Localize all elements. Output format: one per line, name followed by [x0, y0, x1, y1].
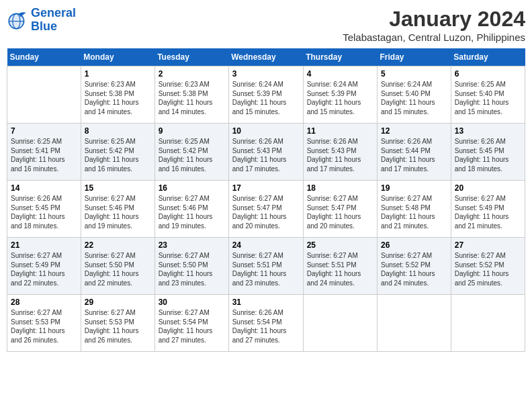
day-number: 13 [455, 126, 521, 136]
calendar-cell [378, 295, 451, 352]
calendar-cell: 15Sunrise: 6:27 AM Sunset: 5:46 PM Dayli… [81, 181, 154, 238]
day-info: Sunrise: 6:26 AM Sunset: 5:43 PM Dayligh… [232, 137, 300, 173]
day-number: 22 [85, 240, 151, 250]
day-info: Sunrise: 6:24 AM Sunset: 5:39 PM Dayligh… [232, 80, 300, 116]
calendar-cell: 8Sunrise: 6:25 AM Sunset: 5:42 PM Daylig… [81, 124, 154, 181]
calendar-cell: 9Sunrise: 6:25 AM Sunset: 5:42 PM Daylig… [154, 124, 228, 181]
calendar-cell: 1Sunrise: 6:23 AM Sunset: 5:38 PM Daylig… [81, 66, 154, 124]
day-info: Sunrise: 6:27 AM Sunset: 5:50 PM Dayligh… [85, 251, 151, 287]
day-number: 4 [307, 69, 373, 79]
day-number: 16 [159, 183, 225, 193]
calendar-cell: 29Sunrise: 6:27 AM Sunset: 5:53 PM Dayli… [81, 295, 154, 352]
day-number: 8 [85, 126, 151, 136]
calendar-cell: 27Sunrise: 6:27 AM Sunset: 5:52 PM Dayli… [451, 238, 525, 295]
calendar-cell: 24Sunrise: 6:27 AM Sunset: 5:51 PM Dayli… [228, 238, 303, 295]
location: Telabastagan, Central Luzon, Philippines [343, 32, 525, 43]
day-info: Sunrise: 6:27 AM Sunset: 5:51 PM Dayligh… [232, 251, 300, 287]
calendar-week-5: 28Sunrise: 6:27 AM Sunset: 5:53 PM Dayli… [7, 295, 525, 352]
calendar-table: SundayMondayTuesdayWednesdayThursdayFrid… [7, 48, 525, 352]
day-number: 11 [307, 126, 373, 136]
day-info: Sunrise: 6:27 AM Sunset: 5:49 PM Dayligh… [11, 251, 77, 287]
calendar-cell: 31Sunrise: 6:26 AM Sunset: 5:54 PM Dayli… [228, 295, 303, 352]
day-info: Sunrise: 6:26 AM Sunset: 5:44 PM Dayligh… [381, 137, 447, 173]
day-number: 29 [85, 298, 151, 307]
day-number: 19 [381, 183, 447, 193]
day-info: Sunrise: 6:27 AM Sunset: 5:52 PM Dayligh… [381, 251, 447, 287]
day-info: Sunrise: 6:27 AM Sunset: 5:53 PM Dayligh… [85, 308, 151, 345]
day-info: Sunrise: 6:27 AM Sunset: 5:46 PM Dayligh… [85, 194, 151, 230]
calendar-cell: 7Sunrise: 6:25 AM Sunset: 5:41 PM Daylig… [7, 124, 81, 181]
logo-line2: Blue [31, 19, 57, 33]
calendar-cell: 10Sunrise: 6:26 AM Sunset: 5:43 PM Dayli… [228, 124, 303, 181]
calendar-cell: 21Sunrise: 6:27 AM Sunset: 5:49 PM Dayli… [7, 238, 81, 295]
month-title: January 2024 [343, 7, 525, 32]
day-number: 9 [159, 126, 225, 136]
header-friday: Friday [378, 48, 451, 66]
day-info: Sunrise: 6:26 AM Sunset: 5:45 PM Dayligh… [455, 137, 521, 173]
calendar-cell: 16Sunrise: 6:27 AM Sunset: 5:46 PM Dayli… [154, 181, 228, 238]
calendar-cell: 18Sunrise: 6:27 AM Sunset: 5:47 PM Dayli… [303, 181, 377, 238]
calendar-cell: 13Sunrise: 6:26 AM Sunset: 5:45 PM Dayli… [451, 124, 525, 181]
calendar-cell: 2Sunrise: 6:23 AM Sunset: 5:38 PM Daylig… [154, 66, 228, 124]
day-number: 15 [85, 183, 151, 193]
day-number: 21 [11, 240, 77, 250]
logo-line1: General [31, 6, 76, 19]
header-tuesday: Tuesday [154, 48, 228, 66]
day-number: 24 [232, 240, 300, 250]
calendar-week-1: 1Sunrise: 6:23 AM Sunset: 5:38 PM Daylig… [7, 66, 525, 124]
day-info: Sunrise: 6:26 AM Sunset: 5:43 PM Dayligh… [307, 137, 373, 173]
day-number: 30 [159, 298, 225, 307]
day-info: Sunrise: 6:27 AM Sunset: 5:50 PM Dayligh… [159, 251, 225, 287]
header-monday: Monday [81, 48, 154, 66]
day-number: 10 [232, 126, 300, 136]
day-number: 26 [381, 240, 447, 250]
day-number: 5 [381, 69, 447, 79]
calendar-cell: 12Sunrise: 6:26 AM Sunset: 5:44 PM Dayli… [378, 124, 451, 181]
day-number: 23 [159, 240, 225, 250]
title-section: January 2024 Telabastagan, Central Luzon… [343, 7, 525, 43]
day-number: 14 [11, 183, 77, 193]
calendar-cell: 22Sunrise: 6:27 AM Sunset: 5:50 PM Dayli… [81, 238, 154, 295]
calendar-cell: 3Sunrise: 6:24 AM Sunset: 5:39 PM Daylig… [228, 66, 303, 124]
day-info: Sunrise: 6:27 AM Sunset: 5:46 PM Dayligh… [159, 194, 225, 230]
day-number: 25 [307, 240, 373, 250]
calendar-cell: 5Sunrise: 6:24 AM Sunset: 5:40 PM Daylig… [378, 66, 451, 124]
day-number: 6 [455, 69, 521, 79]
logo-icon [7, 9, 28, 31]
day-info: Sunrise: 6:25 AM Sunset: 5:40 PM Dayligh… [455, 80, 521, 116]
calendar-cell [7, 66, 81, 124]
calendar-cell: 23Sunrise: 6:27 AM Sunset: 5:50 PM Dayli… [154, 238, 228, 295]
calendar-week-2: 7Sunrise: 6:25 AM Sunset: 5:41 PM Daylig… [7, 124, 525, 181]
calendar-cell [303, 295, 377, 352]
header-saturday: Saturday [451, 48, 525, 66]
calendar-cell: 25Sunrise: 6:27 AM Sunset: 5:51 PM Dayli… [303, 238, 377, 295]
day-info: Sunrise: 6:25 AM Sunset: 5:41 PM Dayligh… [11, 137, 77, 173]
page-header: General Blue January 2024 Telabastagan, … [7, 7, 525, 43]
header-sunday: Sunday [7, 48, 81, 66]
calendar-cell: 17Sunrise: 6:27 AM Sunset: 5:47 PM Dayli… [228, 181, 303, 238]
day-info: Sunrise: 6:25 AM Sunset: 5:42 PM Dayligh… [159, 137, 225, 173]
calendar-cell [451, 295, 525, 352]
day-number: 3 [232, 69, 300, 79]
calendar-week-4: 21Sunrise: 6:27 AM Sunset: 5:49 PM Dayli… [7, 238, 525, 295]
day-number: 28 [11, 298, 77, 307]
day-number: 1 [85, 69, 151, 79]
day-info: Sunrise: 6:24 AM Sunset: 5:40 PM Dayligh… [381, 80, 447, 116]
day-info: Sunrise: 6:27 AM Sunset: 5:51 PM Dayligh… [307, 251, 373, 287]
header-wednesday: Wednesday [228, 48, 303, 66]
day-info: Sunrise: 6:27 AM Sunset: 5:54 PM Dayligh… [159, 308, 225, 345]
calendar-cell: 11Sunrise: 6:26 AM Sunset: 5:43 PM Dayli… [303, 124, 377, 181]
logo: General Blue [7, 7, 76, 34]
calendar-header-row: SundayMondayTuesdayWednesdayThursdayFrid… [7, 48, 525, 66]
day-number: 31 [232, 298, 300, 307]
day-info: Sunrise: 6:27 AM Sunset: 5:47 PM Dayligh… [232, 194, 300, 230]
day-info: Sunrise: 6:27 AM Sunset: 5:52 PM Dayligh… [455, 251, 521, 287]
day-number: 12 [381, 126, 447, 136]
day-number: 27 [455, 240, 521, 250]
day-info: Sunrise: 6:24 AM Sunset: 5:39 PM Dayligh… [307, 80, 373, 116]
header-thursday: Thursday [303, 48, 377, 66]
day-info: Sunrise: 6:23 AM Sunset: 5:38 PM Dayligh… [159, 80, 225, 116]
day-info: Sunrise: 6:27 AM Sunset: 5:53 PM Dayligh… [11, 308, 77, 345]
day-number: 18 [307, 183, 373, 193]
day-number: 2 [159, 69, 225, 79]
